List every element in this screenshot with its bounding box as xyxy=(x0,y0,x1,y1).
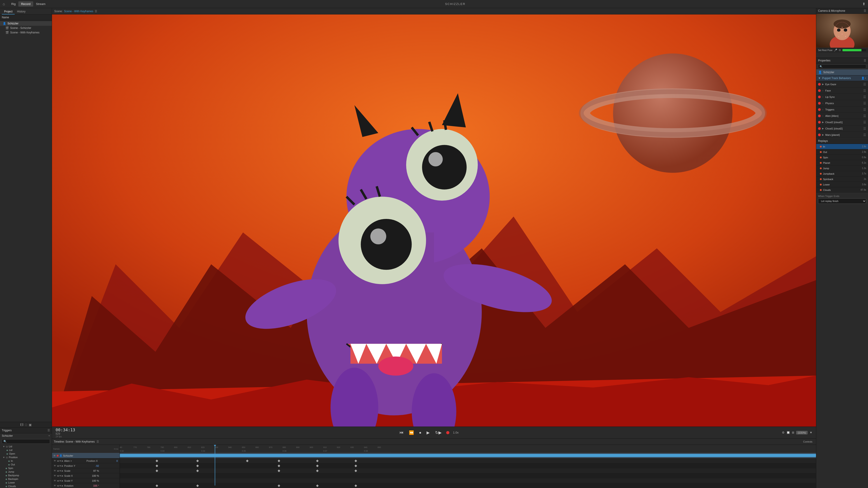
behavior-toggle-mars[interactable] xyxy=(818,133,821,136)
home-icon[interactable]: ⌂ xyxy=(3,2,5,6)
tree-item-spin[interactable]: ◈ Spin xyxy=(2,466,52,470)
tree-item-position-group[interactable]: ▼ ◎ Position xyxy=(2,455,52,459)
tree-item-lid[interactable]: ◈ Lid xyxy=(2,448,52,452)
menu-stream[interactable]: Stream xyxy=(33,1,48,6)
add-behavior-icon[interactable]: 👤+ xyxy=(861,76,866,80)
timeline-menu-icon[interactable]: ☰ xyxy=(96,440,99,443)
tree-item-backjump[interactable]: ◈ Backjump xyxy=(2,474,52,477)
trigger-search-box[interactable]: 🔍 xyxy=(2,439,50,444)
behavior-toggle-lip-sync[interactable] xyxy=(818,96,821,98)
track-nav-prev-5[interactable]: ◀ xyxy=(57,480,59,482)
track-nav-next[interactable]: ▶ xyxy=(62,460,63,462)
behavior-cloud2[interactable]: ▶ Cloud2 [cloud1] ☰ xyxy=(816,119,868,125)
track-vis-icon-4[interactable]: 👁 xyxy=(54,475,56,477)
behavior-face[interactable]: ▶ Face ☰ xyxy=(816,88,868,94)
properties-search-input[interactable] xyxy=(823,65,865,68)
step-back-button[interactable]: ⏪ xyxy=(408,429,415,436)
zoom-dropdown-button[interactable]: ▼ xyxy=(809,431,812,434)
behavior-menu-triggers[interactable]: ☰ xyxy=(863,108,866,111)
project-item-schizzler[interactable]: 👤 Schizzler xyxy=(0,21,52,26)
behavior-toggle-alien[interactable] xyxy=(818,115,821,117)
behavior-expand-cloud2[interactable]: ▶ xyxy=(822,121,824,123)
behavior-menu-mars[interactable]: ☰ xyxy=(863,133,866,137)
set-rest-pose-button[interactable]: Set Rest Pose xyxy=(818,49,833,52)
track-nav-prev-3[interactable]: ◀ xyxy=(57,470,59,472)
tree-item-backspin[interactable]: ◈ Backspin xyxy=(2,477,52,481)
track-nav-next-4[interactable]: ▶ xyxy=(62,475,63,477)
tab-history[interactable]: History xyxy=(15,9,28,14)
replay-item-spin[interactable]: Spin 0.9s xyxy=(816,155,868,160)
behavior-eye-gaze[interactable]: ▶ Eye Gaze ☰ xyxy=(816,81,868,88)
behavior-toggle-triggers[interactable] xyxy=(818,108,821,111)
box-icon[interactable]: ▣ xyxy=(29,423,32,427)
playhead-line[interactable] xyxy=(215,445,215,486)
replay-item-spinback[interactable]: Spinback 2s xyxy=(816,176,868,182)
track-nav-diamond[interactable]: ◆ xyxy=(59,460,61,462)
layer-icon[interactable]: □ xyxy=(25,423,27,427)
track-vis-icon-3[interactable]: 👁 xyxy=(54,469,56,472)
track-vis-icon[interactable]: 👁 xyxy=(54,459,56,462)
go-to-start-button[interactable]: ⏮ xyxy=(399,429,404,436)
trigger-search-input[interactable] xyxy=(8,440,49,443)
crop-icon[interactable]: ⊞ xyxy=(792,431,794,434)
track-nav-prev-6[interactable]: ◀ xyxy=(57,485,59,487)
export-icon[interactable]: ⬆ xyxy=(862,2,865,6)
project-item-scene-keyframes[interactable]: 🎬 Scene - With Keyframes xyxy=(0,30,52,35)
replay-item-in[interactable]: In 2.8s xyxy=(816,144,868,149)
track-nav-next-2[interactable]: ▶ xyxy=(62,465,63,467)
when-trigger-ends-dropdown[interactable]: Let replay finish Stop immediately Loop xyxy=(818,198,866,204)
behavior-lip-sync[interactable]: ▶ Lip Sync ☰ xyxy=(816,94,868,100)
replay-item-lower[interactable]: Lower 3.6s xyxy=(816,182,868,187)
behavior-alien[interactable]: ▶ Alien [Alien] ☰ xyxy=(816,113,868,119)
menu-record[interactable]: Record xyxy=(18,1,33,6)
replay-item-planet[interactable]: Planet 6.1s xyxy=(816,160,868,166)
tree-item-jump[interactable]: ◈ Jump xyxy=(2,470,52,474)
track-nav-diamond-4[interactable]: ◆ xyxy=(59,475,61,477)
triggers-menu-icon[interactable]: ☰ xyxy=(48,429,50,432)
tree-item-out[interactable]: ◈ Out xyxy=(2,463,52,466)
track-eye-icon[interactable]: 👁 xyxy=(53,454,56,457)
tree-item-lower[interactable]: ◈ Lower xyxy=(2,481,52,484)
view-icon[interactable]: 🔲 xyxy=(786,431,790,434)
behavior-expand-cloud1[interactable]: ▶ xyxy=(822,127,824,130)
film-icon[interactable]: 🎞 xyxy=(20,423,23,427)
track-nav-next-5[interactable]: ▶ xyxy=(62,480,63,482)
replay-item-jumpback[interactable]: Jumpback 3.7s xyxy=(816,171,868,176)
behavior-mars[interactable]: ▶ Mars [planet] ☰ xyxy=(816,132,868,138)
behavior-expand-mars[interactable]: ▶ xyxy=(822,133,824,136)
track-nav-diamond-3[interactable]: ◆ xyxy=(59,470,61,472)
properties-menu-icon[interactable]: ☰ xyxy=(864,59,866,62)
track-nav-next-6[interactable]: ▶ xyxy=(62,485,63,487)
camera-settings-icon[interactable]: ⚙ xyxy=(839,48,841,52)
tree-item-lid-group[interactable]: ▼ ◎ Lid xyxy=(2,445,52,448)
replay-item-clouds[interactable]: Clouds 87.9s xyxy=(816,187,868,193)
properties-search[interactable]: 🔍 xyxy=(818,64,866,68)
behavior-toggle-cloud2[interactable] xyxy=(818,121,821,124)
track-nav-diamond-2[interactable]: ◆ xyxy=(59,465,61,467)
replay-item-jump[interactable]: Jump 1.2s xyxy=(816,166,868,171)
behavior-triggers[interactable]: ▶ Triggers ☰ xyxy=(816,106,868,113)
track-nav-diamond-6[interactable]: ◆ xyxy=(59,485,61,487)
behavior-menu-cloud1[interactable]: ☰ xyxy=(863,127,866,130)
add-trigger-button[interactable]: + xyxy=(49,434,50,437)
track-nav-prev[interactable]: ◀ xyxy=(57,460,59,462)
tree-item-open[interactable]: ◈ Open xyxy=(2,452,52,455)
tree-item-in[interactable]: ◈ In xyxy=(2,459,52,463)
behavior-toggle-physics[interactable] xyxy=(818,102,821,105)
replay-item-out[interactable]: Out 2.9s xyxy=(816,149,868,155)
track-vis-icon-5[interactable]: 👁 xyxy=(54,480,56,482)
behavior-menu-physics[interactable]: ☰ xyxy=(863,101,866,105)
behavior-expand-eye-gaze[interactable]: ▶ xyxy=(822,83,824,86)
play-button[interactable]: ▶ xyxy=(426,429,431,436)
play-loop-button[interactable]: ↻▶ xyxy=(434,429,442,436)
tree-item-clouds[interactable]: ◈ Clouds xyxy=(2,484,52,488)
track-vis-icon-2[interactable]: 👁 xyxy=(54,464,56,467)
settings-icon[interactable]: ⚙ xyxy=(782,431,784,434)
track-nav-diamond-5[interactable]: ◆ xyxy=(59,480,61,482)
behavior-menu-eye-gaze[interactable]: ☰ xyxy=(863,83,866,86)
track-nav-prev-2[interactable]: ◀ xyxy=(57,465,59,467)
menu-rig[interactable]: Rig xyxy=(8,1,19,6)
scene-name-link[interactable]: Scene - With Keyframes xyxy=(64,10,93,13)
behavior-menu-face[interactable]: ☰ xyxy=(863,89,866,92)
behavior-toggle-face[interactable] xyxy=(818,89,821,92)
